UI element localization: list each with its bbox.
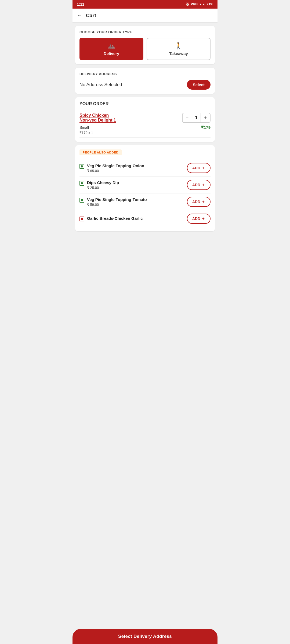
suggest-price-3: ₹ 59.00 — [87, 203, 147, 207]
suggest-name-1: Veg Pie Single Topping-Onion — [87, 163, 144, 168]
suggest-item-info-2: Dips-Cheesy Dip ₹ 25.00 — [87, 180, 119, 190]
battery-icon: 71% — [207, 2, 213, 6]
item-total-price: ₹179 — [201, 125, 211, 130]
suggest-item-info-3: Veg Pie Single Topping-Tomato ₹ 59.00 — [87, 197, 147, 207]
alarm-icon: ⏰ — [186, 2, 190, 6]
add-button-3[interactable]: ADD ＋ — [187, 197, 211, 207]
suggest-name-4: Garlic Breads-Chicken Garlic — [87, 216, 143, 221]
veg-icon-1 — [79, 164, 84, 169]
suggest-item-3: Veg Pie Single Topping-Tomato ₹ 59.00 AD… — [79, 193, 211, 210]
suggest-price-1: ₹ 65.00 — [87, 169, 144, 173]
your-order-title: YOUR ORDER — [79, 101, 211, 106]
order-item-top: Spicy ChickenNon-veg Delight 1 − 1 + — [79, 113, 211, 123]
suggest-item-left-1: Veg Pie Single Topping-Onion ₹ 65.00 — [79, 163, 144, 173]
item-unit-price: ₹179 x 1 — [79, 131, 211, 135]
suggest-name-3: Veg Pie Single Topping-Tomato — [87, 197, 147, 202]
item-name: Spicy ChickenNon-veg Delight 1 — [79, 113, 116, 123]
wifi-icon: WiFi — [191, 2, 198, 6]
suggest-item-2: Dips-Cheesy Dip ₹ 25.00 ADD ＋ — [79, 177, 211, 193]
suggest-item-left-3: Veg Pie Single Topping-Tomato ₹ 59.00 — [79, 197, 147, 207]
veg-dot-2 — [81, 182, 83, 184]
status-icons: ⏰ WiFi ▲▲ 71% — [186, 2, 213, 6]
veg-dot-3 — [81, 199, 83, 201]
delivery-icon: 🚲 — [107, 42, 115, 50]
delivery-address-card: DELIVERY ADDRESS No Address Selected Sel… — [75, 68, 215, 94]
suggest-item-left-4: Garlic Breads-Chicken Garlic — [79, 216, 143, 221]
takeaway-icon: 🚶 — [175, 42, 183, 50]
delivery-button[interactable]: 🚲 Delivery — [79, 38, 143, 60]
add-button-2[interactable]: ADD ＋ — [187, 180, 211, 190]
item-size-row: Small ₹179 — [79, 125, 211, 130]
veg-icon-2 — [79, 181, 84, 186]
app-header: ← Cart — [73, 9, 218, 23]
takeaway-button[interactable]: 🚶 Takeaway — [147, 38, 211, 60]
add-label-3: ADD — [192, 200, 200, 204]
suggest-price-2: ₹ 25.00 — [87, 186, 119, 190]
order-type-row: 🚲 Delivery 🚶 Takeaway — [79, 38, 211, 60]
order-item: Spicy ChickenNon-veg Delight 1 − 1 + Sma… — [79, 110, 211, 138]
status-bar: 1:11 ⏰ WiFi ▲▲ 71% — [73, 0, 218, 9]
suggest-item-4: Garlic Breads-Chicken Garlic ADD ＋ — [79, 210, 211, 227]
nonveg-icon-4 — [79, 217, 84, 221]
add-label-2: ADD — [192, 183, 200, 187]
qty-increase-button[interactable]: + — [201, 113, 210, 122]
veg-icon-3 — [79, 198, 84, 203]
suggest-item-1: Veg Pie Single Topping-Onion ₹ 65.00 ADD… — [79, 160, 211, 177]
no-address-text: No Address Selected — [79, 82, 122, 87]
page-title: Cart — [86, 13, 96, 19]
suggest-item-left-2: Dips-Cheesy Dip ₹ 25.00 — [79, 180, 119, 190]
add-label-1: ADD — [192, 166, 200, 170]
add-icon-3: ＋ — [201, 199, 205, 204]
veg-dot-1 — [81, 165, 83, 167]
order-type-title: CHOOSE YOUR ORDER TYPE — [79, 30, 211, 34]
add-icon-4: ＋ — [201, 216, 205, 221]
order-type-card: CHOOSE YOUR ORDER TYPE 🚲 Delivery 🚶 Take… — [75, 26, 215, 64]
address-row: No Address Selected Select — [79, 80, 211, 90]
add-button-1[interactable]: ADD ＋ — [187, 163, 211, 173]
nonveg-dot-4 — [81, 218, 83, 220]
add-label-4: ADD — [192, 217, 200, 221]
qty-value: 1 — [192, 113, 201, 122]
suggest-item-info-1: Veg Pie Single Topping-Onion ₹ 65.00 — [87, 163, 144, 173]
add-button-4[interactable]: ADD ＋ — [187, 214, 211, 224]
select-address-button[interactable]: Select — [187, 80, 211, 90]
item-size: Small — [79, 125, 89, 130]
qty-decrease-button[interactable]: − — [183, 113, 192, 122]
people-also-added-card: PEOPLE ALSO ADDED Veg Pie Single Topping… — [75, 145, 215, 231]
your-order-card: YOUR ORDER Spicy ChickenNon-veg Delight … — [75, 97, 215, 142]
paa-badge: PEOPLE ALSO ADDED — [79, 149, 122, 155]
delivery-address-title: DELIVERY ADDRESS — [79, 72, 211, 76]
add-icon-1: ＋ — [201, 166, 205, 170]
add-icon-2: ＋ — [201, 182, 205, 187]
qty-control: − 1 + — [182, 113, 211, 123]
delivery-label: Delivery — [104, 51, 119, 56]
back-button[interactable]: ← — [77, 12, 82, 19]
suggest-name-2: Dips-Cheesy Dip — [87, 180, 119, 185]
takeaway-label: Takeaway — [169, 51, 188, 56]
status-time: 1:11 — [77, 2, 84, 6]
suggest-item-info-4: Garlic Breads-Chicken Garlic — [87, 216, 143, 221]
signal-icon: ▲▲ — [199, 2, 205, 6]
